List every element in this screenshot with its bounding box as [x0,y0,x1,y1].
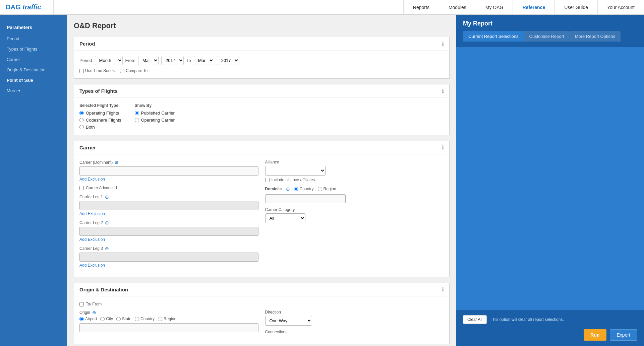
compare-to-checkbox[interactable] [120,69,124,73]
use-time-series-checkbox-label[interactable]: Use Time Series [79,68,115,73]
sidebar-item-point-of-sale[interactable]: Point of Sale [0,75,67,85]
published-carrier-option[interactable]: Published Carrier [135,111,175,116]
report-tabs: Current Report Selections Customise Repo… [463,31,637,42]
codeshare-flights-radio[interactable] [79,118,84,122]
clear-all-button[interactable]: Clear All [463,315,487,324]
nav-tab-reference[interactable]: Reference [513,0,554,14]
sidebar-item-types-of-flights[interactable]: Types of Flights [0,44,67,54]
operating-carrier-radio[interactable] [135,118,139,122]
origin-input[interactable] [79,323,258,332]
domicile-country-radio[interactable] [294,187,298,191]
city-radio[interactable] [100,317,105,321]
carrier-leg3-input[interactable] [79,253,258,262]
published-carrier-radio[interactable] [135,111,139,115]
direction-label: Direction [265,310,444,315]
both-flights-option[interactable]: Both [79,125,121,130]
domicile-expand-icon[interactable]: ⊕ [286,186,290,192]
carrier-category-select[interactable]: All [265,213,305,223]
region-radio[interactable] [158,317,162,321]
to-year-select[interactable]: 2017 [217,56,239,65]
to-label: To [186,58,191,63]
from-month-select[interactable]: Mar [138,56,159,65]
alliance-select[interactable] [265,166,326,176]
carrier-advanced-cb[interactable] [79,186,84,190]
both-flights-radio[interactable] [79,125,84,129]
action-row: Run Export [463,329,637,341]
airport-option[interactable]: Airport [79,317,97,321]
operating-flights-radio[interactable] [79,111,84,115]
tab-current-report-selections[interactable]: Current Report Selections [463,31,524,42]
carrier-leg3-add-exclusion[interactable]: Add Exclusion [79,263,105,268]
od-grid: Origin ⊕ Airport City [79,310,444,338]
carrier-dominant-expand-icon[interactable]: ⊕ [115,160,119,165]
od-left-col: Origin ⊕ Airport City [79,310,258,338]
compare-to-checkbox-label[interactable]: Compare To [120,68,148,73]
operating-carrier-label: Operating Carrier [141,118,175,123]
carrier-leg2-add-exclusion[interactable]: Add Exclusion [79,237,105,242]
flight-types-section: Types of Flights ℹ Selected Flight Type … [74,84,450,135]
domicile-country-option[interactable]: Country [294,187,314,191]
carrier-info-icon[interactable]: ℹ [442,144,444,151]
carrier-advanced-checkbox[interactable]: Carrier Advanced [79,186,258,190]
use-time-series-checkbox[interactable] [79,69,84,73]
carrier-section-body: Carrier (Dominant) ⊕ Add Exclusion Carri… [74,154,449,277]
export-button[interactable]: Export [610,329,637,341]
carrier-dominant-group: Carrier (Dominant) ⊕ Add Exclusion [79,160,258,182]
to-from-checkbox[interactable] [79,302,84,306]
state-radio[interactable] [116,317,121,321]
period-type-select[interactable]: Month Quarter Year [95,56,123,65]
carrier-leg1-input[interactable] [79,201,258,210]
carrier-leg2-label: Carrier Leg 2 ⊕ [79,220,258,225]
right-panel-footer: Clear All This option will clear all rep… [456,310,644,346]
nav-tab-reports[interactable]: Reports [403,0,439,14]
show-by-col: Show By Published Carrier Operating Carr… [135,103,175,130]
state-option[interactable]: State [116,317,131,321]
run-button[interactable]: Run [584,329,606,341]
tab-customise-report[interactable]: Customise Report [524,31,570,42]
from-year-select[interactable]: 2017 [161,56,184,65]
domicile-region-radio[interactable] [318,187,322,191]
carrier-leg2-expand-icon[interactable]: ⊕ [105,220,109,225]
od-section: Origin & Destination ℹ To/ From Origin ⊕ [74,283,450,344]
nav-tab-my-oag[interactable]: My OAG [476,0,513,14]
country-radio[interactable] [135,317,139,321]
main-layout: Parameters Period Types of Flights Carri… [0,15,644,346]
period-info-icon[interactable]: ℹ [442,41,444,47]
show-by-radio-group: Published Carrier Operating Carrier [135,111,175,123]
country-option[interactable]: Country [135,317,155,321]
sidebar-more[interactable]: More ▾ [0,85,67,96]
sidebar-item-origin-destination[interactable]: Origin & Destination [0,65,67,75]
nav-tab-your-account[interactable]: Your Account [597,0,644,14]
clear-row: Clear All This option will clear all rep… [463,315,637,324]
carrier-leg1-add-exclusion[interactable]: Add Exclusion [79,211,105,216]
published-carrier-label: Published Carrier [141,111,175,116]
od-info-icon[interactable]: ℹ [442,286,444,293]
carrier-leg3-expand-icon[interactable]: ⊕ [105,246,109,251]
direction-select[interactable]: One Way Both Ways [265,316,312,326]
domicile-region-option[interactable]: Region [318,187,336,191]
codeshare-flights-option[interactable]: Codeshare Flights [79,118,121,123]
use-time-series-label: Use Time Series [85,68,115,73]
tab-more-report-options[interactable]: More Report Options [570,31,621,42]
include-affiliates-cb[interactable] [265,178,270,182]
operating-flights-option[interactable]: Operating Flights [79,111,121,116]
sidebar-item-period[interactable]: Period [0,33,67,44]
nav-tab-modules[interactable]: Modules [439,0,476,14]
city-option[interactable]: City [100,317,113,321]
carrier-leg1-expand-icon[interactable]: ⊕ [105,194,109,200]
carrier-leg2-input[interactable] [79,227,258,236]
nav-tab-user-guide[interactable]: User Guide [554,0,597,14]
to-month-select[interactable]: Mar [194,56,214,65]
domicile-input[interactable] [265,194,346,203]
carrier-dominant-input[interactable] [79,166,258,176]
airport-radio[interactable] [79,317,84,321]
include-affiliates-row[interactable]: Include alliance affiliates [265,178,444,182]
sidebar: Parameters Period Types of Flights Carri… [0,15,67,346]
origin-expand-icon[interactable]: ⊕ [92,310,96,315]
operating-carrier-option[interactable]: Operating Carrier [135,118,175,123]
report-content-area [456,47,644,310]
sidebar-item-carrier[interactable]: Carrier [0,54,67,65]
flight-types-info-icon[interactable]: ℹ [442,88,444,94]
carrier-dominant-add-exclusion[interactable]: Add Exclusion [79,177,105,182]
region-option[interactable]: Region [158,317,176,321]
